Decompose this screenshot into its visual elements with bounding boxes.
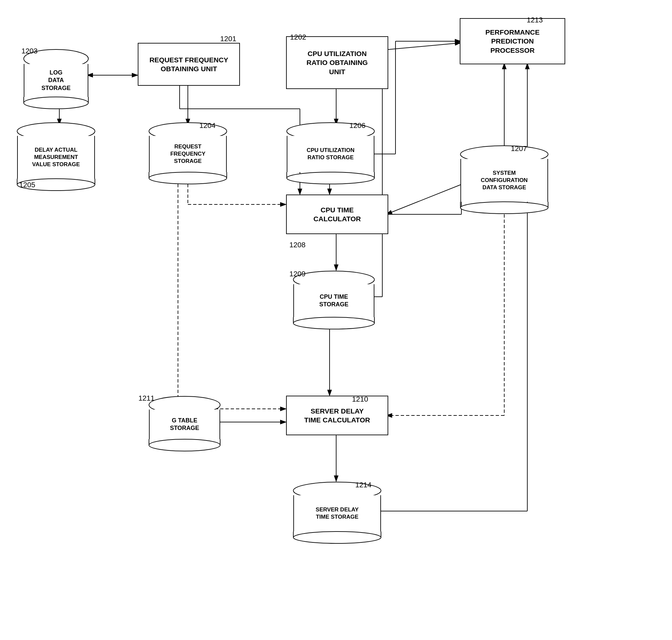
sys-config-storage: SYSTEMCONFIGURATIONDATA STORAGE — [460, 145, 549, 214]
delay-actual-label: DELAY ACTUALMEASUREMENTVALUE STORAGE — [32, 146, 80, 168]
svg-point-45 — [287, 172, 374, 184]
perf-pred-label: PERFORMANCEPREDICTIONPROCESSOR — [486, 28, 540, 55]
log-data-label: LOGDATASTORAGE — [42, 69, 71, 92]
cpu-util-storage: CPU UTILIZATIONRATIO STORAGE — [286, 122, 375, 185]
cpu-time-storage: CPU TIMESTORAGE — [293, 271, 375, 330]
req-freq-unit-label: REQUEST FREQUENCY OBTAINING UNIT — [141, 55, 237, 74]
label-1202: 1202 — [290, 33, 306, 42]
svg-point-61 — [293, 532, 381, 543]
server-delay-storage: SERVER DELAYTIME STORAGE — [293, 481, 382, 544]
label-1209: 1209 — [289, 270, 305, 278]
cpu-util-unit-label: CPU UTILIZATIONRATIO OBTAININGUNIT — [307, 49, 368, 76]
label-1204: 1204 — [199, 121, 215, 130]
svg-point-41 — [149, 172, 227, 184]
svg-point-33 — [24, 97, 88, 109]
label-1214: 1214 — [355, 481, 371, 489]
cpu-time-calc-label: CPU TIMECALCULATOR — [313, 205, 361, 223]
label-1206: 1206 — [349, 121, 365, 130]
req-freq-unit-box: REQUEST FREQUENCY OBTAINING UNIT — [138, 43, 240, 86]
g-table-storage: G TABLESTORAGE — [148, 396, 221, 452]
svg-line-13 — [386, 185, 461, 214]
req-freq-storage: REQUESTFREQUENCYSTORAGE — [148, 122, 227, 185]
label-1213: 1213 — [527, 16, 543, 25]
sys-config-bottom — [460, 201, 549, 214]
label-1203: 1203 — [21, 47, 38, 55]
server-delay-calc-box: SERVER DELAYTIME CALCULATOR — [286, 396, 388, 435]
perf-pred-box: PERFORMANCEPREDICTIONPROCESSOR — [460, 18, 565, 64]
label-1208: 1208 — [289, 241, 305, 249]
log-data-storage: LOGDATASTORAGE — [23, 49, 89, 110]
label-1205: 1205 — [19, 181, 35, 189]
server-delay-calc-label: SERVER DELAYTIME CALCULATOR — [304, 407, 370, 425]
log-data-bottom-ellipse — [23, 96, 89, 110]
req-freq-storage-bottom — [148, 172, 227, 185]
label-1201: 1201 — [220, 34, 236, 43]
label-1211: 1211 — [138, 394, 154, 403]
label-1210: 1210 — [352, 395, 368, 404]
server-delay-label: SERVER DELAYTIME STORAGE — [316, 506, 359, 521]
req-freq-storage-label: REQUESTFREQUENCYSTORAGE — [170, 143, 206, 165]
label-1207: 1207 — [511, 144, 527, 153]
cpu-util-storage-label: CPU UTILIZATIONRATIO STORAGE — [307, 147, 354, 161]
cpu-util-storage-bottom — [286, 172, 375, 185]
cpu-time-calc-box: CPU TIMECALCULATOR — [286, 194, 388, 234]
svg-point-53 — [293, 317, 374, 329]
cpu-time-storage-bottom — [293, 317, 375, 330]
svg-point-49 — [460, 202, 548, 214]
cpu-time-storage-label: CPU TIMESTORAGE — [319, 293, 349, 309]
g-table-label: G TABLESTORAGE — [170, 417, 199, 432]
server-delay-bottom — [293, 531, 382, 544]
g-table-bottom — [148, 438, 221, 452]
diagram: REQUEST FREQUENCY OBTAINING UNIT CPU UTI… — [0, 0, 672, 640]
cpu-util-unit-box: CPU UTILIZATIONRATIO OBTAININGUNIT — [286, 36, 388, 89]
sys-config-label: SYSTEMCONFIGURATIONDATA STORAGE — [481, 170, 528, 191]
svg-point-57 — [149, 439, 220, 451]
